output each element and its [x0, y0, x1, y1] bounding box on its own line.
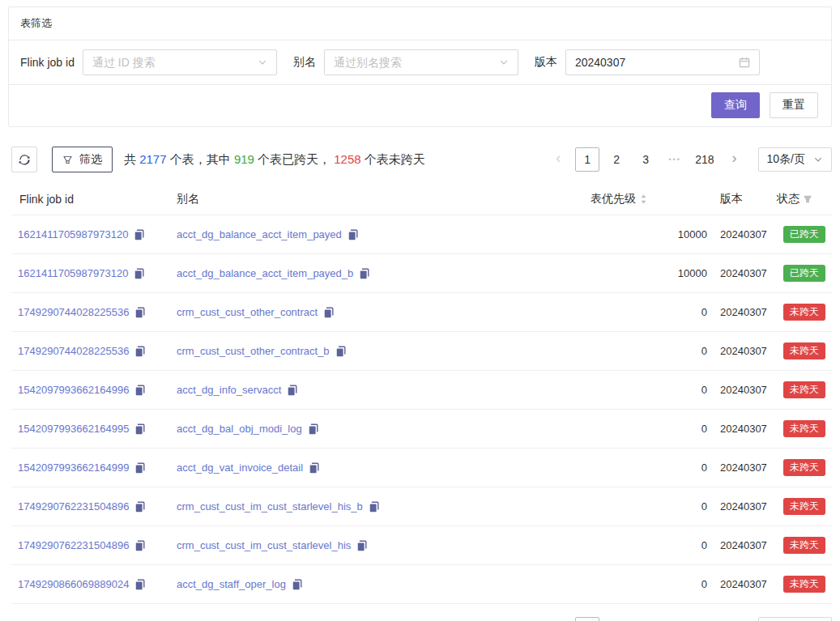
calendar-icon [739, 57, 750, 68]
status-badge: 未跨天 [783, 459, 825, 476]
priority-cell: 0 [584, 332, 714, 371]
job-id-link[interactable]: 1749290762231504896 [18, 500, 129, 513]
copy-icon[interactable] [134, 307, 146, 318]
table-row: 1621411705987973120 acct_dg_balance_acct… [11, 215, 832, 254]
alias-link[interactable]: acct_dg_staff_oper_log [177, 578, 286, 590]
copy-icon[interactable] [292, 579, 303, 590]
job-id-link[interactable]: 1542097993662164996 [18, 384, 129, 396]
job-id-search-input[interactable] [92, 56, 253, 69]
copy-icon[interactable] [134, 229, 145, 240]
page-size-select[interactable]: 10条/页 [758, 617, 832, 621]
alias-link[interactable]: acct_dg_bal_obj_modi_log [177, 423, 302, 435]
table-row: 1749290744028225536 crm_cust_cust_other_… [11, 293, 832, 332]
copy-icon[interactable] [134, 540, 146, 551]
job-id-link[interactable]: 1749290762231504896 [18, 539, 129, 551]
col-header-status[interactable]: 状态 [770, 184, 832, 215]
alias-link[interactable]: crm_cust_cust_im_cust_starlevel_his [177, 539, 351, 551]
pagination-page-2[interactable]: 2 [604, 147, 629, 172]
copy-icon[interactable] [134, 423, 146, 435]
alias-select[interactable] [324, 49, 518, 75]
version-date-picker[interactable] [565, 49, 760, 75]
pagination-ellipsis[interactable]: ••• [663, 617, 687, 621]
job-id-link[interactable]: 1749290866069889024 [18, 578, 129, 590]
copy-icon[interactable] [287, 385, 298, 396]
pagination-prev-icon[interactable]: ‹ [546, 147, 570, 172]
pagination-page-3[interactable]: 3 [633, 617, 658, 621]
job-id-link[interactable]: 1749290744028225536 [18, 345, 129, 357]
pagination-next-icon[interactable]: › [723, 147, 747, 172]
copy-icon[interactable] [335, 346, 347, 357]
job-id-link[interactable]: 1542097993662164999 [18, 461, 129, 474]
version-cell: 20240307 [714, 410, 770, 449]
copy-icon[interactable] [323, 307, 335, 318]
status-badge: 未跨天 [783, 498, 825, 515]
alias-link[interactable]: crm_cust_cust_other_contract [177, 306, 318, 318]
sort-icon[interactable] [639, 194, 648, 205]
summary-uncrossed-count: 1258 [334, 152, 360, 166]
priority-cell: 0 [584, 371, 714, 410]
alias-link[interactable]: acct_dg_vat_invoice_detail [177, 461, 303, 474]
reset-button[interactable]: 重置 [770, 92, 818, 118]
refresh-button[interactable] [11, 147, 37, 172]
copy-icon[interactable] [134, 346, 146, 357]
copy-icon[interactable] [134, 501, 146, 513]
summary-part: 共 [124, 152, 139, 166]
pagination-page-218[interactable]: 218 [692, 147, 717, 172]
alias-link[interactable]: crm_cust_cust_im_cust_starlevel_his_b [177, 500, 363, 513]
job-id-link[interactable]: 1621411705987973120 [18, 267, 128, 279]
version-cell: 20240307 [714, 332, 770, 371]
col-header-priority[interactable]: 表优先级 [584, 184, 714, 215]
filter-group-job-id: Flink job id [20, 49, 277, 75]
pagination-page-218[interactable]: 218 [692, 617, 717, 621]
status-badge: 未跨天 [783, 420, 825, 437]
summary-part: 个表已跨天， [254, 152, 334, 166]
priority-header-label: 表优先级 [591, 192, 636, 206]
pagination-page-3[interactable]: 3 [633, 147, 658, 172]
job-id-select[interactable] [83, 49, 277, 75]
page-size-select[interactable]: 10条/页 [758, 147, 832, 172]
alias-link[interactable]: crm_cust_cust_other_contract_b [177, 345, 330, 357]
status-badge: 未跨天 [783, 576, 825, 593]
table-row: 1749290762231504896 crm_cust_cust_im_cus… [11, 526, 832, 565]
copy-icon[interactable] [134, 385, 146, 396]
priority-cell: 0 [584, 410, 714, 449]
summary-crossed-count: 919 [234, 152, 254, 166]
version-date-input[interactable] [575, 56, 734, 69]
priority-cell: 0 [584, 449, 714, 487]
filter-toggle-button[interactable]: 筛选 [52, 147, 113, 172]
copy-icon[interactable] [309, 462, 320, 474]
job-id-link[interactable]: 1542097993662164995 [18, 423, 129, 435]
copy-icon[interactable] [359, 268, 370, 279]
table-body: 1621411705987973120 acct_dg_balance_acct… [11, 215, 832, 604]
pagination-page-2[interactable]: 2 [604, 617, 629, 621]
refresh-icon [19, 154, 31, 166]
status-badge: 未跨天 [783, 342, 825, 359]
pagination-ellipsis[interactable]: ••• [663, 147, 687, 172]
copy-icon[interactable] [134, 579, 146, 590]
pagination-prev-icon[interactable]: ‹ [546, 617, 570, 621]
alias-link[interactable]: acct_dg_balance_acct_item_payed_b [177, 267, 353, 279]
priority-cell: 0 [584, 565, 714, 604]
filter-card-title: 表筛选 [9, 7, 831, 40]
alias-search-input[interactable] [334, 56, 494, 69]
pagination-page-1[interactable]: 1 [575, 147, 599, 172]
copy-icon[interactable] [348, 229, 359, 240]
alias-link[interactable]: acct_dg_info_servacct [177, 384, 281, 396]
version-cell: 20240307 [714, 293, 770, 332]
copy-icon[interactable] [308, 423, 319, 435]
priority-cell: 10000 [584, 215, 714, 254]
priority-cell: 0 [584, 526, 714, 565]
copy-icon[interactable] [356, 540, 368, 551]
pagination-next-icon[interactable]: › [723, 617, 747, 621]
chevron-down-icon [258, 57, 267, 67]
pagination-page-1[interactable]: 1 [575, 617, 599, 621]
copy-icon[interactable] [134, 268, 145, 279]
bottom-pager-wrap: ‹123•••218›10条/页 [8, 617, 832, 621]
job-id-link[interactable]: 1749290744028225536 [18, 306, 129, 318]
filter-icon[interactable] [803, 194, 812, 204]
copy-icon[interactable] [134, 462, 146, 474]
job-id-link[interactable]: 1621411705987973120 [18, 228, 128, 240]
alias-link[interactable]: acct_dg_balance_acct_item_payed [177, 228, 342, 240]
query-button[interactable]: 查询 [711, 92, 760, 118]
copy-icon[interactable] [369, 501, 380, 513]
